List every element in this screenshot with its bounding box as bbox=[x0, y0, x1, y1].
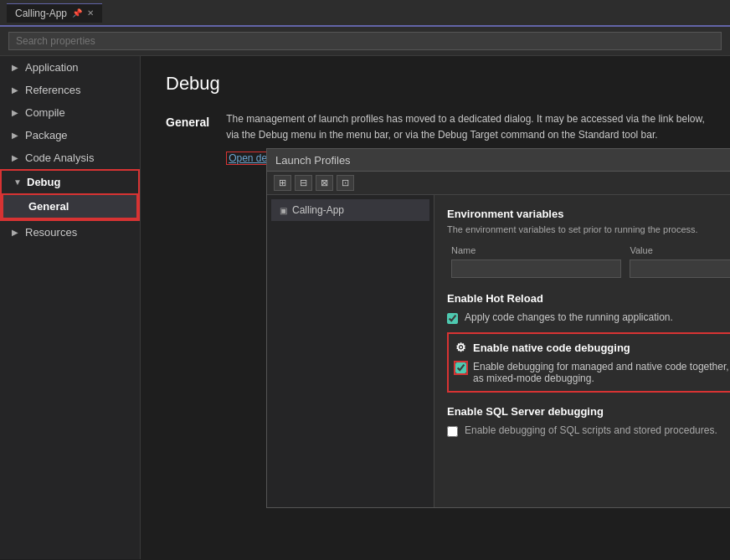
dialog-titlebar: Launch Profiles ✕ bbox=[267, 149, 730, 172]
chevron-right-icon: ▶ bbox=[12, 85, 20, 95]
dialog-main-content: Environment variables The environment va… bbox=[434, 195, 730, 507]
sidebar-item-references-label: References bbox=[25, 84, 80, 96]
content-area: Debug General The management of launch p… bbox=[141, 56, 730, 559]
chevron-right-icon: ▶ bbox=[12, 108, 20, 117]
search-bar bbox=[0, 27, 730, 56]
col-name-header: Name bbox=[447, 243, 625, 258]
dialog-body: ▣ Calling-App Environment variables The … bbox=[267, 195, 730, 507]
sidebar-item-application[interactable]: ▶ Application bbox=[0, 56, 140, 79]
sidebar-item-general-label: General bbox=[28, 200, 69, 213]
sidebar-item-resources[interactable]: ▶ Resources bbox=[0, 221, 140, 244]
sidebar-item-package-label: Package bbox=[25, 129, 68, 141]
env-value-input[interactable] bbox=[630, 259, 730, 278]
tab-label: Calling-App bbox=[15, 8, 67, 19]
profile-item-calling-app[interactable]: ▣ Calling-App bbox=[271, 199, 429, 221]
tab-close-button[interactable]: ✕ bbox=[87, 8, 94, 18]
sql-debug-checkbox[interactable] bbox=[447, 426, 458, 437]
section-description: The management of launch profiles has mo… bbox=[226, 111, 705, 143]
sql-debug-label: Enable debugging of SQL scripts and stor… bbox=[465, 424, 717, 436]
section-title-label: General bbox=[166, 111, 209, 165]
hot-reload-checkbox[interactable] bbox=[447, 313, 458, 324]
launch-profiles-dialog: Launch Profiles ✕ ⊞ ⊟ ⊠ ⊡ ▣ Calli bbox=[266, 148, 730, 508]
profile-name: Calling-App bbox=[292, 204, 344, 216]
sql-debug-row: Enable debugging of SQL scripts and stor… bbox=[447, 424, 730, 437]
sidebar-item-compile-label: Compile bbox=[25, 106, 65, 119]
chevron-right-icon: ▶ bbox=[12, 153, 20, 162]
native-debug-section: ⚙ Enable native code debugging Enable de… bbox=[447, 332, 730, 393]
hot-reload-label: Apply code changes to the running applic… bbox=[465, 311, 673, 323]
col-value-header: Value bbox=[625, 243, 730, 258]
dialog-title: Launch Profiles bbox=[275, 154, 351, 167]
native-debug-label: Enable debugging for managed and native … bbox=[473, 361, 730, 384]
sidebar-item-references[interactable]: ▶ References bbox=[0, 79, 140, 101]
sidebar-item-debug-label: Debug bbox=[27, 176, 60, 188]
sidebar-item-code-analysis-label: Code Analysis bbox=[25, 152, 94, 164]
sidebar: ▶ Application ▶ References ▶ Compile ▶ P… bbox=[0, 56, 141, 559]
native-debug-header: ⚙ Enable native code debugging bbox=[455, 341, 730, 354]
dialog-toolbar: ⊞ ⊟ ⊠ ⊡ bbox=[267, 172, 730, 195]
sidebar-item-compile[interactable]: ▶ Compile bbox=[0, 101, 140, 124]
hot-reload-row: Apply code changes to the running applic… bbox=[447, 311, 730, 324]
sidebar-item-general[interactable]: General bbox=[2, 193, 138, 219]
debug-section-group: ▼ Debug General bbox=[0, 169, 140, 221]
chevron-right-icon: ▶ bbox=[12, 131, 20, 140]
sidebar-item-debug[interactable]: ▼ Debug bbox=[2, 171, 138, 193]
search-input[interactable] bbox=[8, 32, 722, 50]
env-vars-title: Environment variables bbox=[447, 208, 730, 220]
main-layout: ▶ Application ▶ References ▶ Compile ▶ P… bbox=[0, 56, 730, 559]
env-name-input[interactable] bbox=[451, 259, 621, 278]
dialog-overlay: Launch Profiles ✕ ⊞ ⊟ ⊠ ⊡ ▣ Calli bbox=[266, 148, 730, 559]
chevron-right-icon: ▶ bbox=[12, 228, 20, 237]
toolbar-move-button[interactable]: ⊡ bbox=[337, 175, 354, 191]
native-debug-checkbox[interactable] bbox=[455, 362, 466, 373]
native-debug-title: Enable native code debugging bbox=[473, 342, 630, 354]
chevron-down-icon: ▼ bbox=[13, 177, 22, 187]
chevron-right-icon: ▶ bbox=[12, 63, 20, 72]
toolbar-add-button[interactable]: ⊞ bbox=[274, 175, 291, 191]
sidebar-item-code-analysis[interactable]: ▶ Code Analysis bbox=[0, 146, 140, 169]
env-vars-table: Name Value bbox=[447, 243, 730, 280]
gear-icon: ⚙ bbox=[455, 341, 466, 354]
title-bar: Calling-App 📌 ✕ bbox=[0, 0, 730, 27]
page-title: Debug bbox=[166, 73, 705, 95]
profile-icon: ▣ bbox=[280, 206, 287, 215]
native-debug-checkbox-row: Enable debugging for managed and native … bbox=[455, 361, 730, 384]
tab-pin-icon: 📌 bbox=[72, 8, 82, 18]
toolbar-delete-button[interactable]: ⊠ bbox=[316, 175, 333, 191]
sql-debug-title: Enable SQL Server debugging bbox=[447, 405, 730, 418]
tab-calling-app[interactable]: Calling-App 📌 ✕ bbox=[7, 3, 102, 23]
sidebar-item-package[interactable]: ▶ Package bbox=[0, 124, 140, 146]
toolbar-copy-button[interactable]: ⊟ bbox=[295, 175, 312, 191]
sidebar-item-application-label: Application bbox=[25, 61, 79, 74]
env-vars-desc: The environment variables to set prior t… bbox=[447, 224, 730, 234]
dialog-profile-list: ▣ Calling-App bbox=[267, 195, 434, 507]
sidebar-item-resources-label: Resources bbox=[25, 226, 77, 239]
hot-reload-title: Enable Hot Reload bbox=[447, 292, 730, 305]
env-var-row bbox=[447, 258, 730, 280]
